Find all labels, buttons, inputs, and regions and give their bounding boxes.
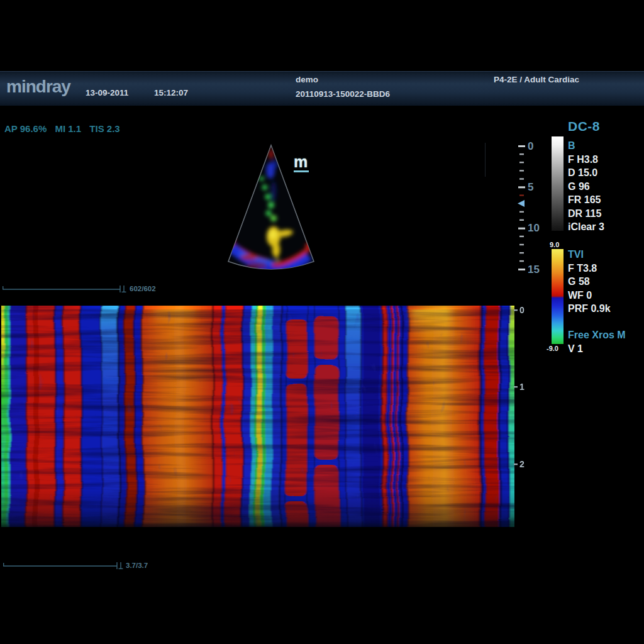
probe-preset: P4-2E / Adult Cardiac [494, 75, 579, 84]
mmode-depth-label-2: 2 [519, 459, 525, 469]
parameter-label: FR 165 [568, 193, 642, 207]
parameter-label: TVI [568, 248, 642, 262]
exam-time: 15:12:07 [154, 88, 188, 97]
tvi-parameter-list: TVIF T3.8G 58WF 0PRF 0.9k [568, 248, 642, 316]
parameter-label: Free Xros M [568, 328, 642, 342]
tvi-color-bar [552, 249, 564, 344]
mmode-ruler-ticks [514, 309, 518, 465]
parameter-label: D 15.0 [568, 166, 642, 180]
acoustic-power-value: AP 96.6% [4, 123, 47, 134]
depth-label-0: 0 [528, 140, 533, 153]
parameter-label: F T3.8 [568, 262, 642, 275]
depth-label-5: 5 [528, 181, 533, 194]
parameter-label: G 96 [568, 180, 642, 194]
system-model-label: DC-8 [568, 119, 600, 134]
depth-ruler-ticks [518, 145, 525, 270]
parameter-label: PRF 0.9k [568, 302, 642, 316]
mmode-cursor-marker: m [294, 154, 311, 172]
grayscale-bar [552, 136, 564, 231]
tvi-scale-min: -9.0 [547, 345, 558, 352]
tvi-scale-max: 9.0 [550, 241, 559, 248]
parameter-label: G 58 [568, 275, 642, 289]
mmode-cursor-underline [294, 170, 309, 172]
depth-label-15: 15 [528, 264, 540, 276]
mindray-logo: mindray [6, 77, 70, 97]
exam-date: 13-09-2011 [86, 88, 128, 97]
mmode-depth-ruler [514, 306, 520, 527]
header-separator [485, 143, 486, 177]
exam-id: 20110913-150022-BBD6 [296, 89, 390, 99]
loop-frame-counter: 602/602 [130, 285, 156, 292]
mmode-depth-label-1: 1 [519, 382, 525, 392]
mechanical-index-value: MI 1.1 [55, 123, 81, 134]
mmode-parameter-list: Free Xros MV 1 [568, 328, 642, 355]
parameter-label: B [568, 139, 642, 153]
parameter-label: F H3.8 [568, 153, 642, 167]
focus-marker [518, 200, 525, 207]
parameter-label: WF 0 [568, 289, 642, 303]
depth-ruler [514, 142, 528, 275]
depth-label-10: 10 [528, 222, 540, 235]
loop-progress-bar [0, 283, 151, 296]
parameter-label: iClear 3 [568, 220, 642, 234]
mmode-cursor-letter: m [294, 154, 311, 170]
sector-image [213, 141, 330, 274]
mmode-depth-label-0: 0 [519, 305, 525, 315]
parameter-label: V 1 [568, 342, 642, 356]
loop-bar-line [3, 286, 126, 292]
thermal-index-value: TIS 2.3 [89, 123, 119, 134]
parameter-label: DR 115 [568, 207, 642, 221]
patient-name: demo [296, 75, 318, 84]
time-bar-line [3, 562, 123, 569]
sweep-time-counter: 3.7/3.7 [126, 562, 148, 569]
mmode-image [1, 306, 514, 527]
b-mode-parameter-list: BF H3.8D 15.0G 96FR 165DR 115iClear 3 [568, 139, 642, 234]
acoustic-status-line: AP 96.6% MI 1.1 TIS 2.3 [4, 123, 126, 134]
